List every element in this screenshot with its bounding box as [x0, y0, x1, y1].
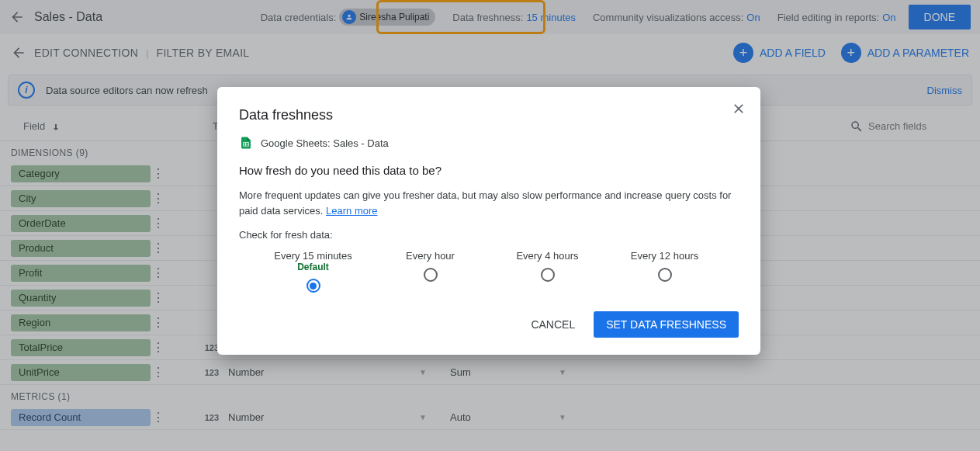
radio-label: Every 4 hours: [493, 250, 602, 262]
modal-source-text: Google Sheets: Sales - Data: [261, 137, 389, 149]
modal-title: Data freshness: [239, 107, 739, 123]
cancel-button[interactable]: CANCEL: [520, 312, 586, 337]
radio-option[interactable]: Every hour: [376, 250, 485, 293]
radio-label: Every hour: [376, 250, 485, 262]
radio-button[interactable]: [424, 268, 438, 282]
radio-button[interactable]: [658, 268, 672, 282]
radio-label: Every 15 minutes: [259, 250, 368, 262]
google-sheets-icon: [239, 134, 253, 151]
modal-source: Google Sheets: Sales - Data: [239, 134, 739, 151]
radio-options-row: Every 15 minutesDefaultEvery hourEvery 4…: [239, 250, 739, 293]
data-freshness-modal: Data freshness Google Sheets: Sales - Da…: [217, 87, 760, 355]
radio-button[interactable]: [541, 268, 555, 282]
radio-label: Every 12 hours: [611, 250, 719, 262]
default-tag: Default: [259, 262, 368, 272]
modal-question: How fresh do you need this data to be?: [239, 164, 739, 177]
set-data-freshness-button[interactable]: SET DATA FRESHNESS: [594, 311, 739, 338]
radio-option[interactable]: Every 12 hours: [611, 250, 719, 293]
close-icon[interactable]: [731, 101, 746, 116]
radio-option[interactable]: Every 4 hours: [493, 250, 602, 293]
check-label: Check for fresh data:: [239, 229, 739, 241]
radio-option[interactable]: Every 15 minutesDefault: [259, 250, 368, 293]
radio-button[interactable]: [306, 279, 320, 293]
learn-more-link[interactable]: Learn more: [326, 205, 377, 217]
modal-description: More frequent updates can give you fresh…: [239, 188, 739, 218]
modal-desc-text: More frequent updates can give you fresh…: [239, 189, 731, 217]
